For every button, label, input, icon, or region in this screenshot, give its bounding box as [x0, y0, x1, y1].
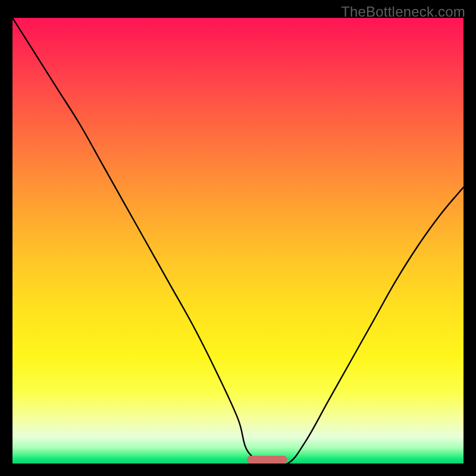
plot-area	[12, 18, 464, 464]
chart-frame: TheBottleneck.com	[0, 0, 476, 476]
minimum-marker	[247, 456, 287, 464]
watermark-text: TheBottleneck.com	[341, 4, 465, 20]
bottleneck-curve	[12, 18, 464, 464]
